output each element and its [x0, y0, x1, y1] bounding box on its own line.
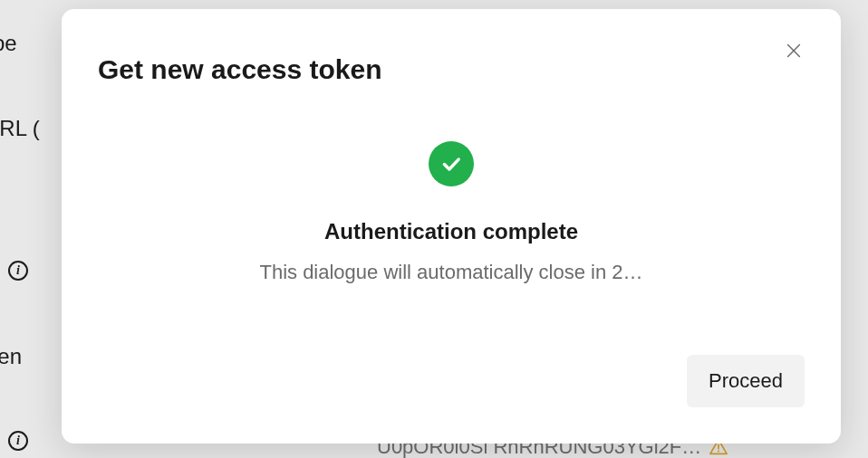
- dialog-title: Get new access token: [98, 54, 381, 85]
- modal-overlay: Get new access token Authentication comp…: [0, 0, 868, 458]
- proceed-button[interactable]: Proceed: [687, 355, 805, 407]
- dialog-footer: Proceed: [98, 355, 805, 407]
- status-subtext: This dialogue will automatically close i…: [259, 261, 642, 284]
- dialog-header: Get new access token: [98, 54, 805, 85]
- get-new-access-token-dialog: Get new access token Authentication comp…: [62, 9, 841, 444]
- close-icon: [784, 41, 804, 61]
- checkmark-icon: [439, 152, 463, 176]
- close-button[interactable]: [781, 38, 806, 63]
- success-icon: [429, 141, 474, 186]
- dialog-body: Authentication complete This dialogue wi…: [98, 85, 805, 355]
- status-heading: Authentication complete: [324, 219, 578, 244]
